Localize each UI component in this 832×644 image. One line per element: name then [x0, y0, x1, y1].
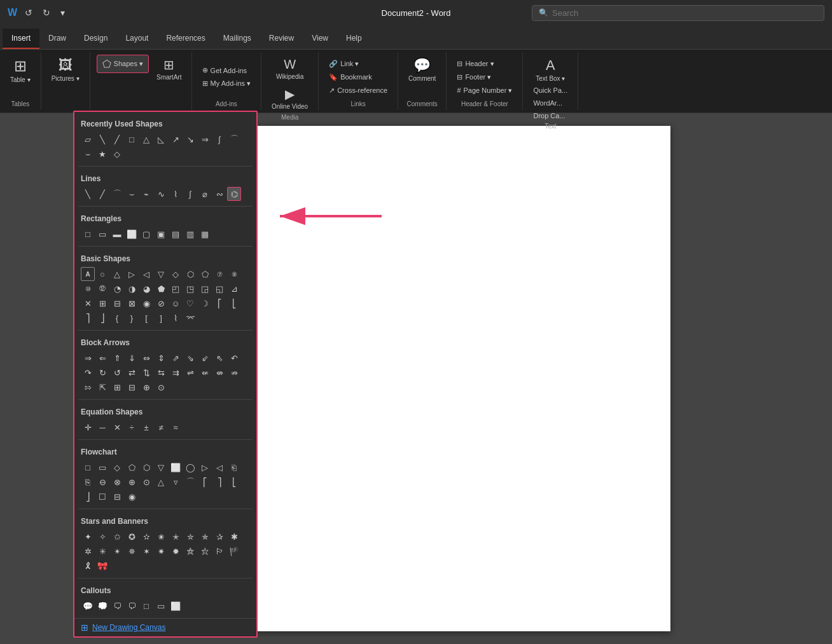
basic-shape[interactable]: ⑫	[95, 282, 109, 296]
line-shape-1[interactable]: ╲	[81, 187, 95, 201]
star-shape[interactable]: ⛥	[198, 544, 212, 558]
basic-shape[interactable]: ▽	[154, 267, 168, 281]
basic-shape[interactable]: ○	[95, 267, 109, 281]
basic-shape[interactable]: ◲	[198, 282, 212, 296]
basic-shape[interactable]: ♡	[183, 296, 197, 310]
tab-view[interactable]: View	[303, 29, 337, 49]
star-shape[interactable]: ✩	[110, 530, 124, 544]
basic-shape[interactable]: A	[81, 267, 95, 281]
get-addins-button[interactable]: ⊕ Get Add-ins	[198, 64, 254, 76]
flowchart-shape[interactable]: ⊙	[139, 475, 153, 489]
basic-shape[interactable]: ▷	[125, 267, 139, 281]
block-arrow[interactable]: ⇕	[154, 351, 168, 365]
basic-shape[interactable]: ◳	[183, 282, 197, 296]
rect-shape-8[interactable]: ▥	[183, 227, 197, 241]
flowchart-shape[interactable]: ◇	[110, 460, 124, 474]
star-shape[interactable]: ✶	[139, 544, 153, 558]
basic-shape[interactable]: ⊠	[125, 296, 139, 310]
flowchart-shape[interactable]: ▿	[169, 475, 183, 489]
star-shape[interactable]: 🎀	[95, 559, 109, 573]
shapes-button[interactable]: ⬠ Shapes ▾	[97, 55, 149, 73]
block-arrow[interactable]: ⇏	[227, 366, 241, 380]
flowchart-shape[interactable]: ⊖	[95, 475, 109, 489]
table-button[interactable]: ⊞ Table ▾	[6, 55, 34, 86]
basic-shape[interactable]: ⑧	[227, 267, 241, 281]
smartart-button[interactable]: ⊞ SmartArt	[154, 55, 184, 83]
basic-shape[interactable]: ⑩	[81, 282, 95, 296]
flowchart-shape[interactable]: ⬠	[125, 460, 139, 474]
star-shape[interactable]: ✫	[139, 530, 153, 544]
line-shape-6[interactable]: ∿	[154, 187, 168, 201]
line-shape-9[interactable]: ⌀	[198, 187, 212, 201]
basic-shape[interactable]: [	[139, 311, 153, 325]
drop-cap-button[interactable]: Drop Ca...	[529, 110, 571, 121]
block-arrow[interactable]: ⇘	[183, 351, 197, 365]
line-shape-2[interactable]: ╱	[95, 187, 109, 201]
cross-reference-button[interactable]: ↗ Cross-reference	[325, 85, 391, 97]
block-arrow[interactable]: ⇑	[110, 351, 124, 365]
basic-shape[interactable]: ☺	[169, 296, 183, 310]
shape-item[interactable]: ★	[95, 147, 109, 161]
shape-item[interactable]: ◺	[154, 132, 168, 146]
eq-shape[interactable]: ÷	[125, 420, 139, 434]
block-arrow[interactable]: ⇍	[198, 366, 212, 380]
block-arrow[interactable]: ⊙	[154, 380, 168, 394]
flowchart-shape[interactable]: ⬜	[169, 460, 183, 474]
callout-shape[interactable]: 💬	[81, 599, 95, 613]
header-button[interactable]: ⊟ Header ▾	[453, 58, 516, 70]
block-arrow[interactable]: ⇔	[139, 351, 153, 365]
callout-shape[interactable]: 💭	[95, 599, 109, 613]
callout-shape[interactable]: □	[139, 599, 153, 613]
shape-item[interactable]: ⌣	[81, 147, 95, 161]
quick-parts-button[interactable]: Quick Pa...	[529, 85, 571, 96]
block-arrow[interactable]: ↷	[81, 366, 95, 380]
line-shape-8[interactable]: ∫	[183, 187, 197, 201]
redo-button[interactable]: ↻	[40, 6, 53, 19]
basic-shape[interactable]: {	[110, 311, 124, 325]
basic-shape[interactable]: ◕	[139, 282, 153, 296]
block-arrow[interactable]: ⇓	[125, 351, 139, 365]
tab-review[interactable]: Review	[260, 29, 303, 49]
block-arrow[interactable]: ↻	[95, 366, 109, 380]
line-shape-11[interactable]: ⌬	[227, 187, 241, 201]
quick-access-button[interactable]: ▾	[58, 6, 67, 19]
eq-shape[interactable]: ≈	[169, 420, 183, 434]
rect-shape-3[interactable]: ▬	[110, 227, 124, 241]
block-arrow[interactable]: ⇄	[125, 366, 139, 380]
star-shape[interactable]: ✭	[169, 530, 183, 544]
block-arrow[interactable]: ⇒	[81, 351, 95, 365]
rect-shape-4[interactable]: ⬜	[125, 227, 139, 241]
block-arrow[interactable]: ⇱	[95, 380, 109, 394]
basic-shape[interactable]: ◑	[125, 282, 139, 296]
basic-shape[interactable]: ⎦	[95, 311, 109, 325]
undo-button[interactable]: ↺	[22, 6, 35, 19]
basic-shape[interactable]: ⬡	[183, 267, 197, 281]
shape-item[interactable]: □	[125, 132, 139, 146]
block-arrow[interactable]: ⊟	[125, 380, 139, 394]
flowchart-shape[interactable]: ⎘	[81, 475, 95, 489]
basic-shape[interactable]: ◉	[139, 296, 153, 310]
flowchart-shape[interactable]: ⎡	[198, 475, 212, 489]
callout-shape[interactable]: 🗩	[125, 599, 139, 613]
star-shape[interactable]: ✱	[227, 530, 241, 544]
line-shape-3[interactable]: ⌒	[110, 187, 124, 201]
block-arrow[interactable]: ⇗	[169, 351, 183, 365]
star-shape[interactable]: ✬	[154, 530, 168, 544]
eq-shape[interactable]: ±	[139, 420, 153, 434]
shape-item[interactable]: △	[139, 132, 153, 146]
tab-help[interactable]: Help	[337, 29, 371, 49]
basic-shape[interactable]: ◔	[110, 282, 124, 296]
basic-shape[interactable]: △	[110, 267, 124, 281]
flowchart-shape[interactable]: ◉	[125, 490, 139, 504]
basic-shape[interactable]: ⬠	[198, 267, 212, 281]
flowchart-shape[interactable]: ⎗	[227, 460, 241, 474]
rect-shape-2[interactable]: ▭	[95, 227, 109, 241]
comment-button[interactable]: 💬 Comment	[405, 55, 440, 85]
rect-shape-9[interactable]: ▦	[198, 227, 212, 241]
basic-shape[interactable]: ⊿	[227, 282, 241, 296]
block-arrow[interactable]: ⇆	[154, 366, 168, 380]
flowchart-shape[interactable]: ⎤	[212, 475, 226, 489]
tab-draw[interactable]: Draw	[39, 29, 75, 49]
tab-insert[interactable]: Insert	[3, 29, 39, 49]
star-shape[interactable]: ✯	[198, 530, 212, 544]
